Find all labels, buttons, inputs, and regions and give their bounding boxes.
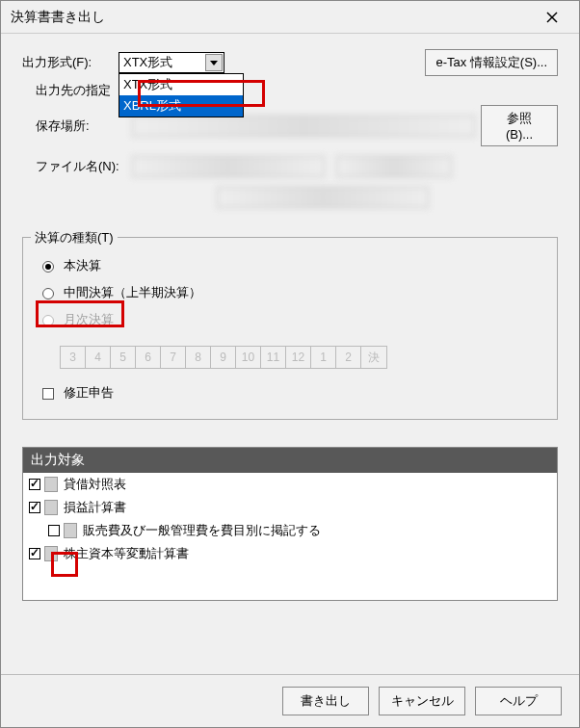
month-cell: 1 (311, 347, 336, 368)
month-cell: 7 (161, 347, 186, 368)
checkbox-icon[interactable] (29, 548, 40, 559)
output-target-group: 出力対象 貸借対照表 損益計算書 販売費及び一般管理費を費目別に掲記する (22, 447, 558, 601)
output-format-dropdown[interactable]: XTX形式 XBRL形式 (119, 73, 244, 117)
list-item-label: 株主資本等変動計算書 (64, 545, 189, 562)
month-cell: 11 (261, 347, 286, 368)
month-cell: 8 (186, 347, 211, 368)
close-button[interactable] (535, 4, 569, 31)
checkbox-icon[interactable] (29, 479, 40, 490)
month-cell: 3 (61, 347, 86, 368)
filename-label: ファイル名(N): (36, 158, 132, 175)
amend-checkbox-row[interactable]: 修正申告 (42, 384, 543, 402)
document-icon (44, 477, 58, 492)
cancel-button[interactable]: キャンセル (379, 687, 465, 715)
month-cell: 10 (236, 347, 261, 368)
list-item[interactable]: 貸借対照表 (23, 473, 557, 496)
titlebar: 決算書書き出し (1, 1, 579, 34)
radio-icon (42, 315, 54, 326)
save-location-label: 保存場所: (36, 117, 132, 135)
radio-main-kessan[interactable]: 本決算 (42, 257, 543, 274)
browse-button[interactable]: 参照(B)... (481, 105, 558, 146)
list-item[interactable]: 損益計算書 (23, 496, 557, 519)
dropdown-item-xtx[interactable]: XTX形式 (119, 74, 243, 95)
dialog-kessan-export: 決算書書き出し 出力形式(F): XTX形式 XTX形式 XBRL形式 e-Ta… (0, 0, 580, 728)
month-cell: 6 (136, 347, 161, 368)
document-icon (44, 546, 58, 561)
radio-mid-kessan[interactable]: 中間決算（上半期決算） (42, 284, 543, 301)
list-item-label: 販売費及び一般管理費を費目別に掲記する (83, 522, 321, 539)
output-format-combo[interactable]: XTX形式 XTX形式 XBRL形式 (119, 52, 224, 73)
month-cell: 9 (211, 347, 236, 368)
destination-label: 出力先の指定 (36, 82, 111, 99)
month-cell: 5 (111, 347, 136, 368)
document-icon (44, 500, 58, 515)
export-button[interactable]: 書き出し (282, 687, 369, 715)
save-location-field[interactable] (132, 116, 475, 137)
radio-icon (42, 261, 54, 273)
checkbox-icon (42, 388, 54, 400)
kessan-type-group: 決算の種類(T) 本決算 中間決算（上半期決算） 月次決算 3 4 5 6 7 … (22, 237, 558, 420)
radio-icon (42, 288, 54, 299)
filename-preview (217, 187, 429, 208)
dialog-footer: 書き出し キャンセル ヘルプ (1, 674, 579, 727)
dropdown-item-xbrl[interactable]: XBRL形式 (119, 95, 243, 117)
checkbox-icon[interactable] (48, 525, 60, 536)
list-item-label: 損益計算書 (64, 499, 126, 516)
list-item[interactable]: 株主資本等変動計算書 (23, 542, 557, 565)
combo-value: XTX形式 (123, 54, 172, 71)
output-target-list[interactable]: 貸借対照表 損益計算書 販売費及び一般管理費を費目別に掲記する 株主資本等変動計… (23, 473, 557, 600)
kessan-type-legend: 決算の種類(T) (31, 229, 118, 247)
document-icon (64, 523, 77, 538)
filename-field-1[interactable] (132, 156, 325, 177)
radio-monthly-kessan: 月次決算 (42, 311, 543, 328)
list-item[interactable]: 販売費及び一般管理費を費目別に掲記する (23, 519, 557, 542)
month-cell: 4 (86, 347, 111, 368)
help-button[interactable]: ヘルプ (475, 687, 562, 715)
chevron-down-icon[interactable] (205, 54, 223, 71)
checkbox-icon[interactable] (29, 502, 40, 513)
month-selector: 3 4 5 6 7 8 9 10 11 12 1 2 決 (60, 346, 387, 369)
etax-settings-button[interactable]: e-Tax 情報設定(S)... (425, 49, 558, 76)
month-cell: 12 (286, 347, 311, 368)
dialog-title: 決算書書き出し (11, 9, 535, 26)
month-cell: 決 (361, 347, 386, 368)
month-cell: 2 (336, 347, 361, 368)
list-item-label: 貸借対照表 (64, 476, 126, 493)
output-format-label: 出力形式(F): (22, 54, 119, 71)
output-target-header: 出力対象 (23, 448, 557, 473)
filename-field-2[interactable] (336, 156, 452, 177)
